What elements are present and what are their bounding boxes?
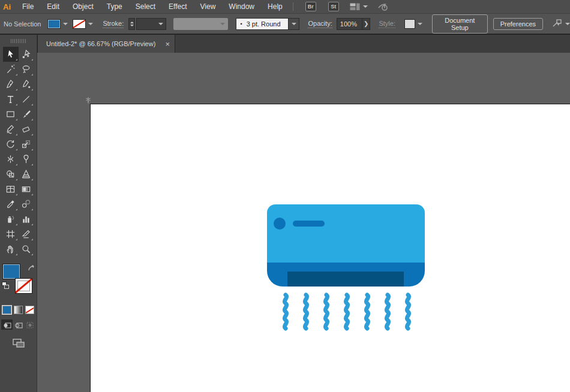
brush-definition-chevron[interactable] bbox=[289, 18, 299, 30]
blend-tool[interactable] bbox=[19, 197, 34, 212]
menu-select[interactable]: Select bbox=[129, 0, 162, 13]
curvature-tool[interactable] bbox=[19, 77, 34, 92]
symbol-sprayer-tool[interactable] bbox=[3, 212, 19, 227]
mesh-tool[interactable] bbox=[3, 182, 19, 197]
paintbrush-tool[interactable] bbox=[19, 107, 34, 122]
ac-airflow-line[interactable] bbox=[386, 295, 388, 328]
shaper-tool[interactable] bbox=[3, 122, 19, 137]
menu-edit[interactable]: Edit bbox=[40, 0, 66, 13]
sync-status-icon[interactable] bbox=[377, 2, 388, 11]
pasteboard[interactable] bbox=[37, 53, 570, 392]
fill-color-swatch[interactable] bbox=[47, 19, 61, 29]
preferences-button[interactable]: Preferences bbox=[493, 18, 543, 30]
line-segment-tool[interactable] bbox=[19, 92, 34, 107]
width-tool[interactable] bbox=[3, 152, 19, 167]
magic-wand-tool[interactable] bbox=[3, 62, 19, 77]
air-conditioner-artwork[interactable] bbox=[91, 104, 570, 392]
draw-normal-button[interactable] bbox=[1, 319, 13, 330]
brush-definition-control[interactable]: • 3 pt. Round bbox=[236, 18, 299, 30]
slice-tool[interactable] bbox=[19, 227, 34, 242]
document-tab[interactable]: Untitled-2* @ 66.67% (RGB/Preview) × bbox=[37, 35, 175, 53]
column-graph-tool[interactable] bbox=[19, 212, 34, 227]
tools-panel-grip[interactable] bbox=[11, 39, 26, 43]
style-swatch[interactable] bbox=[404, 19, 415, 29]
bridge-icon[interactable]: Br bbox=[305, 2, 316, 11]
style-control[interactable] bbox=[400, 19, 422, 29]
stock-icon[interactable]: St bbox=[328, 2, 339, 11]
menu-effect[interactable]: Effect bbox=[162, 0, 193, 13]
align-options-icon[interactable] bbox=[553, 19, 570, 28]
direct-selection-icon bbox=[21, 49, 31, 59]
eyedropper-tool[interactable] bbox=[3, 197, 19, 212]
style-chevron-icon[interactable] bbox=[418, 23, 422, 25]
fill-chevron-icon[interactable] bbox=[63, 23, 68, 25]
menu-help[interactable]: Help bbox=[261, 0, 289, 13]
swap-fill-stroke-icon[interactable] bbox=[28, 264, 35, 275]
stroke-color-control[interactable] bbox=[73, 19, 93, 29]
perspective-grid-icon bbox=[21, 169, 31, 179]
ac-body[interactable] bbox=[267, 204, 425, 263]
scale-icon bbox=[21, 139, 31, 149]
menu-type[interactable]: Type bbox=[100, 0, 129, 13]
ac-airflow-line[interactable] bbox=[305, 295, 307, 328]
ac-airflow-line[interactable] bbox=[366, 295, 368, 328]
style-label[interactable]: Style: bbox=[379, 20, 395, 28]
tab-close-icon[interactable]: × bbox=[165, 40, 170, 49]
hand-tool[interactable] bbox=[3, 242, 19, 257]
eraser-tool[interactable] bbox=[19, 122, 34, 137]
selection-status-label: No Selection bbox=[4, 20, 43, 28]
default-fill-stroke-icon[interactable] bbox=[2, 282, 9, 289]
opacity-input[interactable]: 100% bbox=[337, 18, 362, 30]
menu-window[interactable]: Window bbox=[222, 0, 261, 13]
scale-tool[interactable] bbox=[19, 137, 34, 152]
shape-builder-icon bbox=[5, 169, 16, 179]
gradient-button[interactable] bbox=[14, 306, 23, 314]
stroke-color-box[interactable] bbox=[15, 278, 32, 294]
stroke-chevron-icon[interactable] bbox=[88, 23, 93, 25]
ac-vent[interactable] bbox=[287, 272, 404, 287]
color-mode-buttons bbox=[2, 306, 34, 314]
zoom-tool[interactable] bbox=[19, 242, 34, 257]
opacity-expand-button[interactable]: ❯ bbox=[362, 18, 371, 30]
lasso-tool[interactable] bbox=[19, 62, 34, 77]
draw-behind-button[interactable] bbox=[13, 319, 24, 330]
gradient-tool[interactable] bbox=[19, 182, 34, 197]
menu-object[interactable]: Object bbox=[66, 0, 100, 13]
artboard[interactable] bbox=[90, 104, 570, 392]
free-transform-tool[interactable] bbox=[19, 152, 34, 167]
menu-view[interactable]: View bbox=[194, 0, 223, 13]
pen-tool[interactable] bbox=[3, 77, 19, 92]
document-setup-button[interactable]: Document Setup bbox=[432, 14, 488, 34]
brush-definition-field[interactable]: • 3 pt. Round bbox=[236, 18, 289, 30]
color-button[interactable] bbox=[2, 306, 11, 314]
menu-file[interactable]: File bbox=[16, 0, 40, 13]
direct-selection-tool[interactable] bbox=[19, 47, 34, 62]
selection-tool[interactable] bbox=[3, 47, 19, 62]
artboard-tool[interactable] bbox=[3, 227, 19, 242]
shape-builder-tool[interactable] bbox=[3, 167, 19, 182]
document-tab-strip: Untitled-2* @ 66.67% (RGB/Preview) × bbox=[37, 34, 570, 53]
perspective-grid-tool[interactable] bbox=[19, 167, 34, 182]
ac-airflow-line[interactable] bbox=[325, 295, 327, 328]
rectangle-tool[interactable] bbox=[3, 107, 19, 122]
arrange-documents-icon[interactable] bbox=[350, 3, 368, 11]
ac-display-dash[interactable] bbox=[293, 221, 325, 227]
none-button[interactable] bbox=[25, 306, 34, 314]
ac-airflow-line[interactable] bbox=[284, 295, 286, 328]
free-transform-icon bbox=[21, 154, 31, 164]
rotate-tool[interactable] bbox=[3, 137, 19, 152]
ac-airflow-line[interactable] bbox=[407, 295, 409, 328]
stroke-weight-dropdown[interactable] bbox=[136, 18, 166, 30]
shaper-icon bbox=[5, 124, 16, 134]
stroke-color-swatch[interactable] bbox=[73, 19, 86, 29]
screen-mode-icon[interactable] bbox=[11, 337, 26, 351]
stroke-weight-stepper[interactable] bbox=[128, 18, 135, 30]
stroke-weight-label[interactable]: Stroke: bbox=[103, 20, 124, 28]
opacity-label[interactable]: Opacity: bbox=[308, 20, 332, 28]
draw-inside-button[interactable] bbox=[24, 319, 35, 330]
ac-airflow-line[interactable] bbox=[346, 295, 347, 328]
fill-color-box[interactable] bbox=[2, 264, 20, 279]
ac-indicator-light[interactable] bbox=[274, 218, 286, 230]
fill-color-control[interactable] bbox=[47, 19, 68, 29]
type-tool[interactable] bbox=[3, 92, 19, 107]
